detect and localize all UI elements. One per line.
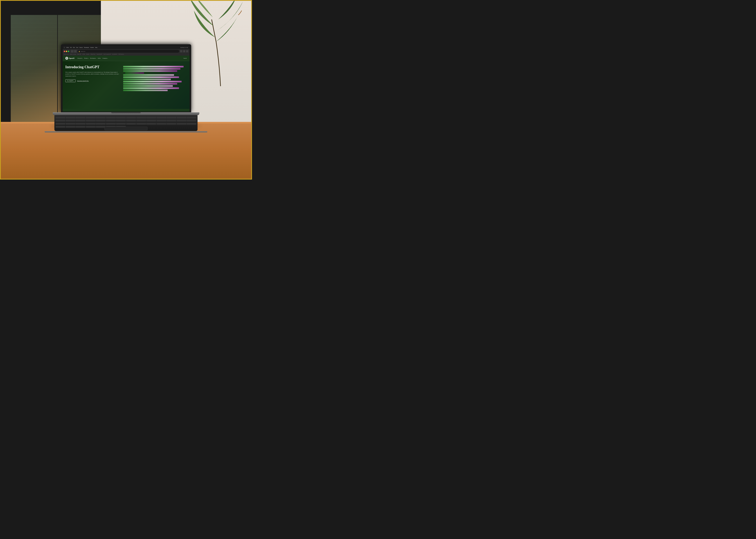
keyboard-key[interactable] xyxy=(167,117,176,118)
keyboard-key[interactable] xyxy=(187,120,196,121)
keyboard-key[interactable] xyxy=(56,123,65,125)
address-bar[interactable]: 🔒 openai.com xyxy=(77,50,179,53)
website-content: OpenAI Research ▾ Product ▾ Developers ▾ xyxy=(62,56,189,112)
keyboard-key[interactable] xyxy=(116,120,126,121)
keyboard-key[interactable] xyxy=(96,120,106,121)
keyboard-key[interactable] xyxy=(86,126,96,128)
bookmark-10[interactable]: SEO Extension xyxy=(118,54,124,55)
keyboard-key[interactable] xyxy=(106,117,116,118)
keyboard-key[interactable] xyxy=(76,120,86,121)
menu-bookmarks[interactable]: Bookmarks xyxy=(84,47,89,48)
bookmark-8[interactable]: Cache Corporation ▾ xyxy=(103,54,111,55)
keyboard-key[interactable] xyxy=(76,123,86,125)
vis-bar-5 xyxy=(123,76,179,78)
vis-bar-10 xyxy=(123,87,179,89)
bookmark-5[interactable]: Sandbox xyxy=(86,54,90,55)
menu-view[interactable]: View xyxy=(76,47,78,48)
keyboard-key[interactable] xyxy=(66,117,75,118)
keyboard-key[interactable] xyxy=(96,126,106,128)
keyboard-key[interactable] xyxy=(56,117,65,118)
chatgpt-visualization xyxy=(123,65,187,91)
nav-research[interactable]: Research ▾ xyxy=(78,58,83,59)
nav-product[interactable]: Product ▾ xyxy=(84,58,89,59)
keyboard-key[interactable] xyxy=(76,126,86,128)
menu-file[interactable]: File xyxy=(70,47,72,48)
keyboard-key[interactable] xyxy=(126,117,136,118)
keyboard-key[interactable] xyxy=(66,120,75,121)
bookmark-1[interactable]: Game Cheatit xyxy=(64,54,69,55)
keyboard-area xyxy=(54,115,198,131)
keyboard-key[interactable] xyxy=(126,123,136,125)
nav-developers[interactable]: Developers ▾ xyxy=(90,58,96,59)
keyboard-key[interactable] xyxy=(56,120,65,121)
search-button[interactable]: Search xyxy=(183,58,187,59)
keyboard-key[interactable] xyxy=(76,117,86,118)
keyboard-key[interactable] xyxy=(66,126,75,128)
laptop-screen:  Safari File Edit View History Bookmark… xyxy=(61,44,191,112)
try-chatgpt-button[interactable]: Try ChatGPT › xyxy=(65,79,75,82)
keyboard-key[interactable] xyxy=(96,123,106,125)
keyboard-key[interactable] xyxy=(146,117,156,118)
keyboard-key[interactable] xyxy=(146,123,156,125)
keyboard-key[interactable] xyxy=(167,120,176,121)
keyboard-key[interactable] xyxy=(136,117,146,118)
minimize-button[interactable] xyxy=(66,51,67,52)
bookmark-3[interactable]: Some-GPT xyxy=(77,54,81,55)
bookmark-button[interactable]: ☆ xyxy=(183,50,185,52)
keyboard-key[interactable] xyxy=(96,117,106,118)
keyboard-key[interactable] xyxy=(156,117,166,118)
forward-button[interactable]: › xyxy=(74,50,77,53)
keyboard-key[interactable] xyxy=(187,123,196,125)
keyboard-key[interactable] xyxy=(106,120,116,121)
menu-window[interactable]: Window xyxy=(90,47,94,48)
close-button[interactable] xyxy=(64,51,65,52)
menu-items: Safari File Edit View History Bookmarks … xyxy=(66,47,97,48)
vis-bar-7 xyxy=(123,81,182,82)
trackpad[interactable] xyxy=(104,127,148,130)
site-nav: OpenAI Research ▾ Product ▾ Developers ▾ xyxy=(62,56,189,61)
hero-title: Introducing ChatGPT xyxy=(65,65,120,69)
keyboard-key[interactable] xyxy=(156,120,166,121)
keyboard-key[interactable] xyxy=(176,117,186,118)
menu-history[interactable]: History xyxy=(80,47,83,48)
keyboard-key[interactable] xyxy=(126,120,136,121)
keyboard-key[interactable] xyxy=(106,123,116,125)
bookmark-2[interactable]: Infinite Learning xyxy=(70,54,76,55)
product-chevron-icon: ▾ xyxy=(88,58,89,59)
menu-help[interactable]: Help xyxy=(95,47,97,48)
vis-bar-6 xyxy=(123,79,171,80)
keyboard-key[interactable] xyxy=(116,117,126,118)
keyboard-key[interactable] xyxy=(176,120,186,121)
menu-safari[interactable]: Safari xyxy=(66,47,69,48)
keyboard-key[interactable] xyxy=(176,123,186,125)
keyboard-key[interactable] xyxy=(136,120,146,121)
keyboard-key[interactable] xyxy=(86,117,96,118)
keyboard-key[interactable] xyxy=(56,126,65,128)
keyboard-key[interactable] xyxy=(136,123,146,125)
keyboard-key[interactable] xyxy=(86,123,96,125)
new-tab-button[interactable]: + xyxy=(186,50,188,52)
back-button[interactable]: ‹ xyxy=(71,50,73,53)
keyboard-key[interactable] xyxy=(116,123,126,125)
browser-chrome: ‹ › 🔒 openai.com ↑ ☆ + xyxy=(62,49,189,56)
vis-bar-11 xyxy=(123,90,168,91)
bookmark-7[interactable]: Teams Robot ▾ xyxy=(97,54,102,55)
maximize-button[interactable] xyxy=(68,51,69,52)
keyboard-key[interactable] xyxy=(187,117,196,118)
nav-company[interactable]: Company ▾ xyxy=(102,58,107,59)
bookmark-9[interactable]: Introbuilder ▾ xyxy=(112,54,117,55)
keyboard-key[interactable] xyxy=(156,123,166,125)
keyboard-key[interactable] xyxy=(146,120,156,121)
scene:  Safari File Edit View History Bookmark… xyxy=(1,1,251,179)
keyboard-key[interactable] xyxy=(66,123,75,125)
bookmark-6[interactable]: Media Tutfor xyxy=(91,54,96,55)
read-more-link[interactable]: Read about ChatGPT Plus xyxy=(77,80,89,81)
share-button[interactable]: ↑ xyxy=(180,50,182,52)
openai-logo[interactable]: OpenAI xyxy=(65,57,74,60)
menu-edit[interactable]: Edit xyxy=(73,47,75,48)
bookmark-4[interactable]: UI Plus xyxy=(82,54,85,55)
keyboard-key[interactable] xyxy=(167,123,176,125)
nav-safety[interactable]: Safety xyxy=(98,58,101,59)
keyboard-key[interactable] xyxy=(86,120,96,121)
nav-buttons: ‹ › xyxy=(71,50,77,53)
